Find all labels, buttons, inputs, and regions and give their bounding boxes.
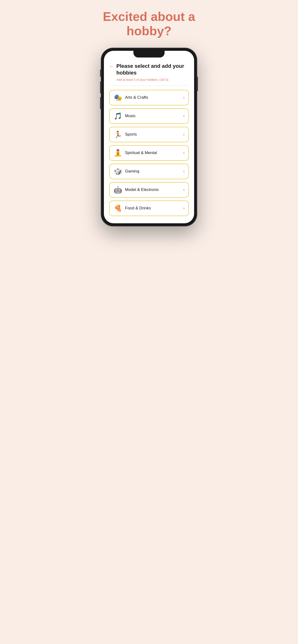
hobby-label-food-drinks: Food & Drinks: [125, 206, 151, 210]
phone-screen: ← Please select and add your hobbies Add…: [104, 51, 194, 223]
hobby-emoji-food-drinks: 🍕: [113, 204, 122, 212]
chevron-right-icon-arts-crafts: ›: [183, 95, 185, 100]
hobby-label-music: Music: [125, 114, 135, 118]
screen-header: ← Please select and add your hobbies Add…: [109, 63, 189, 82]
hobby-left-spiritual-mental: 🧘 Spiritual & Mental: [113, 149, 157, 157]
page-container: Excited about a hobby? ← Please select a…: [94, 10, 204, 226]
side-button-right: [197, 77, 198, 91]
hobby-left-music: 🎵 Music: [113, 112, 135, 120]
hobby-emoji-model-electronic: 🤖: [113, 186, 122, 194]
side-button-left-2: [100, 82, 101, 94]
hobby-emoji-spiritual-mental: 🧘: [113, 149, 122, 157]
hobby-left-model-electronic: 🤖 Model & Electronic: [113, 186, 159, 194]
back-arrow-icon[interactable]: ←: [109, 63, 114, 70]
hobby-label-gaming: Gaming: [125, 169, 139, 174]
phone-notch: [133, 51, 165, 58]
chevron-right-icon-spiritual-mental: ›: [183, 151, 185, 155]
hobby-item-food-drinks[interactable]: 🍕 Food & Drinks ›: [109, 200, 189, 216]
screen-content: ← Please select and add your hobbies Add…: [104, 51, 194, 223]
chevron-right-icon-food-drinks: ›: [183, 206, 185, 210]
hobby-left-sports: 🏃 Sports: [113, 130, 137, 138]
hobby-label-sports: Sports: [125, 132, 137, 137]
side-button-left-1: [100, 70, 101, 77]
screen-subtitle: Add at least 5 of your hobbies. (16/ 5): [116, 78, 189, 82]
hobby-left-food-drinks: 🍕 Food & Drinks: [113, 204, 151, 212]
header-title-row: ← Please select and add your hobbies: [109, 63, 189, 76]
chevron-right-icon-model-electronic: ›: [183, 188, 185, 192]
hobby-item-spiritual-mental[interactable]: 🧘 Spiritual & Mental ›: [109, 145, 189, 161]
hobby-item-gaming[interactable]: 🎲 Gaming ›: [109, 164, 189, 179]
chevron-right-icon-sports: ›: [183, 132, 185, 136]
hobby-label-arts-crafts: Arts & Crafts: [125, 95, 148, 100]
chevron-right-icon-music: ›: [183, 114, 185, 118]
chevron-right-icon-gaming: ›: [183, 169, 185, 174]
divider: [109, 85, 189, 86]
screen-title: Please select and add your hobbies: [116, 63, 189, 76]
hobby-left-gaming: 🎲 Gaming: [113, 168, 139, 176]
hobby-list: 🎭 Arts & Crafts › 🎵 Music › 🏃 Sports › 🧘…: [109, 90, 189, 216]
hobby-item-sports[interactable]: 🏃 Sports ›: [109, 127, 189, 142]
hobby-emoji-gaming: 🎲: [113, 168, 122, 176]
hobby-left-arts-crafts: 🎭 Arts & Crafts: [113, 94, 148, 102]
hobby-emoji-sports: 🏃: [113, 130, 122, 138]
hobby-emoji-arts-crafts: 🎭: [113, 94, 122, 102]
hobby-label-model-electronic: Model & Electronic: [125, 187, 159, 192]
hero-title: Excited about a hobby?: [94, 10, 204, 38]
hobby-item-model-electronic[interactable]: 🤖 Model & Electronic ›: [109, 182, 189, 198]
hobby-label-spiritual-mental: Spiritual & Mental: [125, 150, 157, 155]
hobby-emoji-music: 🎵: [113, 112, 122, 120]
hobby-item-arts-crafts[interactable]: 🎭 Arts & Crafts ›: [109, 90, 189, 106]
side-button-left-3: [100, 97, 101, 109]
phone-frame: ← Please select and add your hobbies Add…: [101, 48, 197, 226]
hobby-item-music[interactable]: 🎵 Music ›: [109, 108, 189, 124]
